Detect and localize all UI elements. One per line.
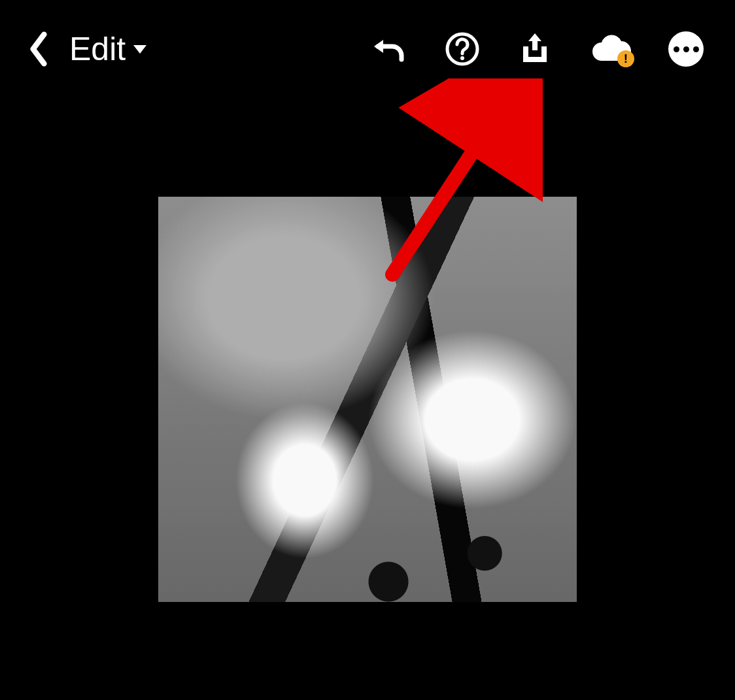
cloud-sync-button[interactable]: ! bbox=[590, 33, 632, 65]
svg-point-2 bbox=[460, 56, 464, 60]
edit-dropdown[interactable]: Edit bbox=[69, 30, 148, 68]
back-button[interactable] bbox=[26, 31, 51, 67]
cloud-warning-badge: ! bbox=[617, 50, 634, 67]
share-button[interactable] bbox=[517, 31, 553, 67]
canvas-area[interactable] bbox=[0, 98, 735, 700]
chevron-down-icon bbox=[132, 43, 148, 55]
back-icon bbox=[26, 31, 51, 67]
more-button[interactable] bbox=[668, 31, 704, 67]
more-icon bbox=[683, 46, 689, 52]
svg-marker-0 bbox=[133, 45, 146, 54]
undo-button[interactable] bbox=[370, 33, 408, 65]
toolbar-right-group: ! bbox=[370, 31, 715, 67]
help-button[interactable] bbox=[445, 31, 480, 67]
more-icon bbox=[693, 46, 699, 52]
top-toolbar: Edit bbox=[0, 0, 735, 98]
undo-icon bbox=[370, 33, 408, 65]
edit-label: Edit bbox=[69, 30, 126, 68]
more-icon bbox=[674, 46, 679, 52]
edited-image[interactable] bbox=[158, 197, 577, 602]
toolbar-left-group: Edit bbox=[26, 30, 148, 68]
help-icon bbox=[445, 31, 480, 67]
share-icon bbox=[517, 31, 553, 67]
